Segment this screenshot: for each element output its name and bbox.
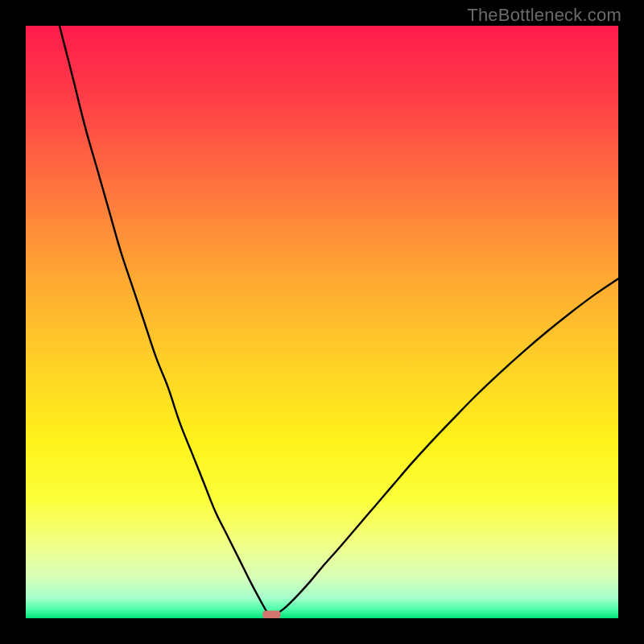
gradient-background	[26, 26, 618, 618]
plot-area	[26, 26, 618, 618]
bottleneck-min-marker	[262, 611, 280, 618]
watermark-text: TheBottleneck.com	[467, 5, 621, 26]
bottleneck-curve-chart	[26, 26, 618, 618]
chart-frame: TheBottleneck.com	[0, 0, 644, 644]
